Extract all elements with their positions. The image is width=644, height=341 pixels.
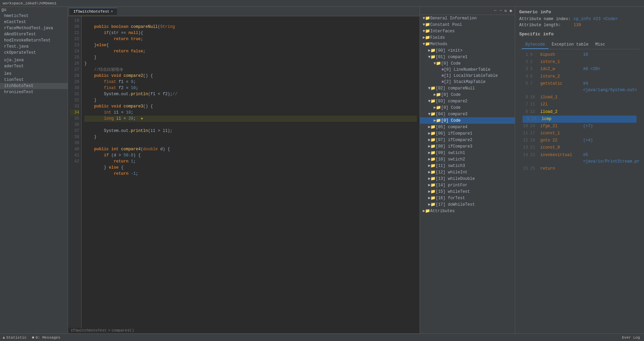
tree-compare2-code[interactable]: ► 📁 [0] Code — [420, 104, 515, 111]
tree-panel: ← → ↻ ◉ ▼ 📁 General Information ▼ 📁 Cons… — [420, 7, 515, 334]
tree-init[interactable]: ► 📁 [00] <init> — [420, 47, 515, 54]
tree-label-methods: Methods — [430, 42, 447, 47]
bc-line-7: 7 — [523, 101, 528, 108]
bc-row-9: 9 13 lcmp — [523, 116, 637, 123]
bc-line-15: 15 — [523, 166, 528, 172]
tree-compare-null[interactable]: ▼ 📁 [02] compareNull — [420, 85, 515, 91]
bc-line-5: 5 — [523, 81, 528, 93]
sidebar-item-gu[interactable]: gu — [0, 7, 68, 13]
bc-offset-11: 17 — [530, 130, 538, 137]
tree-compare1-code[interactable]: ▼ 📁 [0] Code — [420, 60, 515, 67]
tree-attributes[interactable]: ► 📁 Attributes — [420, 208, 515, 214]
tree-methods[interactable]: ▼ 📁 Methods — [420, 41, 515, 47]
editor-tab-close[interactable]: × — [111, 10, 113, 14]
tree-fields[interactable]: ► 📁 Fields — [420, 34, 515, 41]
nav-back-btn[interactable]: ← — [494, 8, 496, 13]
statistic-label: Statistic — [6, 336, 27, 340]
statistic-icon: ▲ — [3, 336, 5, 340]
tree-if-compare3[interactable]: ► 📁 [08] ifCompare3 — [420, 143, 515, 150]
tab-bytecode[interactable]: Bytecode — [522, 41, 548, 49]
specific-info-section: Specific info — [519, 32, 640, 37]
sidebar-item-uja[interactable]: uja.java — [0, 57, 68, 63]
editor-area: IfSwitchGotoTest × 1920212223 2425262728… — [68, 7, 420, 334]
bc-arg-3: #6 <20> — [583, 66, 600, 72]
statistic-btn[interactable]: ▲ Statistic — [3, 336, 27, 340]
bc-row-10: 10 14 ifge_21 (+7) — [523, 123, 637, 130]
tree-label-compare1-code: [0] Code — [441, 61, 461, 66]
sidebar-item-interface-method[interactable]: rfaceMethodTest.java — [0, 25, 68, 31]
sidebar-item-arithmetic[interactable]: hmeticTest — [0, 13, 68, 19]
tree-compare-null-code[interactable]: ► 📁 [0] Code — [420, 91, 515, 98]
tree-constant-pool[interactable]: ▼ 📁 Constant Pool — [420, 21, 515, 28]
bc-instr-10: ifge_21 — [540, 123, 581, 130]
tree-compare3-code[interactable]: ► 📁 [0] Code — [420, 117, 515, 124]
bc-offset-14: 22 — [530, 152, 538, 165]
tree-switch1[interactable]: ► 📁 [09] swtich1 — [420, 150, 515, 156]
tree-while-int[interactable]: ► 📁 [12] whileInt — [420, 169, 515, 175]
tree-compare4[interactable]: ► 📁 [05] compare4 — [420, 124, 515, 130]
attribute-length-row: Attribute length: 139 — [519, 23, 640, 28]
sidebar-item-load-store[interactable]: dAndStoreTest — [0, 31, 68, 37]
tree-header: ← → ↻ ◉ — [420, 7, 515, 15]
tree-general-info[interactable]: ▼ 📁 General Information — [420, 15, 515, 21]
bc-line-4: 4 — [523, 73, 528, 80]
tree-for-test[interactable]: ► 📁 [16] forTest — [420, 195, 515, 201]
tab-misc[interactable]: Misc — [592, 41, 609, 49]
sidebar-item-les[interactable]: les — [0, 71, 68, 77]
tree-line-number-table[interactable]: ■ [0] LineNumberTable — [420, 67, 515, 73]
tree-header-buttons: ← → ↻ ◉ — [494, 8, 512, 13]
tab-exception-table[interactable]: Exception table — [548, 41, 592, 49]
bc-instr-3: ldc2_w — [540, 66, 581, 72]
code-lines[interactable]: public boolean compareNull(String if(str… — [82, 16, 420, 328]
tree-label-switch3: [11] swtich3 — [436, 164, 465, 168]
tree-label-init: [00] <init> — [436, 48, 462, 53]
nav-forward-btn[interactable]: → — [499, 8, 502, 13]
tree-label-while-int: [12] whileInt — [436, 170, 468, 175]
messages-btn[interactable]: ■ 0: Messages — [32, 336, 60, 340]
line-numbers: 1920212223 2425262728 2930313233 34 3536… — [68, 16, 82, 328]
tree-if-compare1[interactable]: ► 📁 [06] ifCompare1 — [420, 130, 515, 137]
tree-label-if-compare3: [08] ifCompare3 — [436, 144, 472, 149]
tree-switch2[interactable]: ► 📁 [10] swtich2 — [420, 156, 515, 163]
tree-compare3[interactable]: ▼ 📁 [04] compare3 — [420, 111, 515, 117]
bc-line-10: 10 — [523, 123, 528, 130]
bc-row-4: 4 6 lstore_2 — [523, 73, 637, 80]
tree-interfaces[interactable]: ▼ 📁 Interfaces — [420, 28, 515, 34]
bc-row-1: 1 0 bipush 10 — [523, 51, 637, 58]
event-log-btn[interactable]: Ever Log — [622, 336, 640, 340]
tree-stack-map-table[interactable]: ■ [2] StackMapTable — [420, 79, 515, 85]
bc-arg-12: (+4) — [583, 137, 593, 144]
tree-compare2[interactable]: ▼ 📁 [03] compare2 — [420, 98, 515, 104]
bc-offset-5: 7 — [530, 81, 538, 93]
bc-instr-8: lload_2 — [540, 109, 581, 115]
tree-compare1[interactable]: ▼ 📁 [01] compare1 — [420, 54, 515, 60]
nav-focus-btn[interactable]: ◉ — [510, 8, 512, 13]
sidebar-item-stack-operate[interactable]: ckOperateTest — [0, 50, 68, 56]
tree-while-test[interactable]: ► 📁 [15] whileTest — [420, 188, 515, 195]
bc-line-8: 8 — [523, 109, 528, 115]
tree-while-double[interactable]: ► 📁 [13] whileDouble — [420, 175, 515, 182]
tree-label-interfaces: Interfaces — [430, 29, 455, 34]
tree-print-for[interactable]: ► 📁 [14] printFor — [420, 182, 515, 188]
tree-label-compare2: [03] compare2 — [436, 99, 468, 104]
bc-instr-5: getstatic — [540, 81, 581, 93]
editor-tab-switch-goto[interactable]: IfSwitchGotoTest × — [69, 8, 117, 15]
bc-line-12: 12 — [523, 137, 528, 144]
sidebar-item-rtest[interactable]: rTest.java — [0, 44, 68, 50]
sidebar-item-exception[interactable]: tionTest — [0, 77, 68, 83]
sidebar-item-switch-goto[interactable]: itchGotoTest — [0, 83, 68, 89]
tree-label-compare-null-code: [0] Code — [441, 92, 461, 97]
sidebar-item-loader[interactable]: aderTest — [0, 63, 68, 69]
sidebar-item-cast[interactable]: eCastTest — [0, 19, 68, 25]
sidebar-item-synchronized[interactable]: hronizedTest — [0, 89, 68, 95]
attribute-name-row: Attribute name index: cp_info #23 <Code> — [519, 17, 640, 21]
tree-switch3[interactable]: ► 📁 [11] swtich3 — [420, 163, 515, 169]
bc-row-5: 5 7 getstatic #4 <java/lang/System.out> — [523, 80, 637, 94]
tree-local-variable-table[interactable]: ■ [1] LocalVariableTable — [420, 73, 515, 79]
tree-do-while-test[interactable]: ► 📁 [17] doWhileTest — [420, 201, 515, 208]
sidebar-item-invoke[interactable]: hodInvokeReturnTest — [0, 37, 68, 44]
code-content[interactable]: 1920212223 2425262728 2930313233 34 3536… — [68, 16, 420, 328]
nav-refresh-btn[interactable]: ↻ — [505, 8, 507, 13]
tree-label-general: General Information — [430, 16, 477, 21]
tree-if-compare2[interactable]: ► 📁 [07] ifCompare2 — [420, 137, 515, 143]
